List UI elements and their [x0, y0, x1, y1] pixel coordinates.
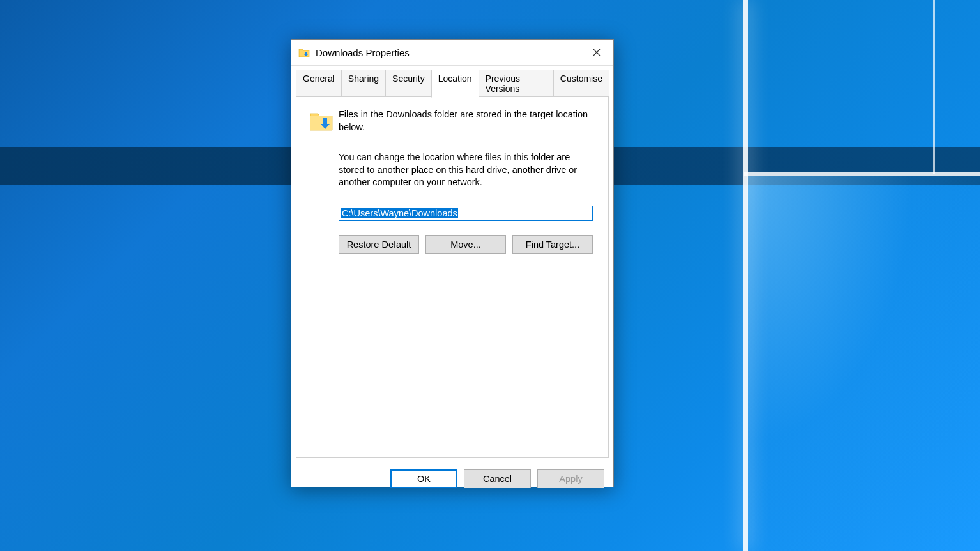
tab-strip: General Sharing Security Location Previo…	[291, 66, 613, 97]
find-target-button[interactable]: Find Target...	[512, 235, 593, 254]
properties-dialog: Downloads Properties General Sharing Sec…	[291, 39, 614, 487]
ok-button[interactable]: OK	[390, 469, 457, 488]
tab-location[interactable]: Location	[431, 70, 479, 98]
tab-previous-versions[interactable]: Previous Versions	[479, 70, 554, 97]
dialog-button-row: OK Cancel Apply	[291, 463, 613, 496]
desktop-background-vline2	[933, 0, 935, 174]
tab-security[interactable]: Security	[385, 70, 432, 97]
location-tab-panel: Files in the Downloads folder are stored…	[296, 96, 609, 458]
tab-sharing[interactable]: Sharing	[341, 70, 386, 97]
location-path-input[interactable]: C:\Users\Wayne\Downloads	[339, 206, 593, 221]
cancel-button[interactable]: Cancel	[464, 469, 531, 488]
restore-default-button[interactable]: Restore Default	[339, 235, 419, 254]
desktop-background-vline	[743, 0, 748, 551]
titlebar[interactable]: Downloads Properties	[291, 40, 613, 66]
tab-general[interactable]: General	[296, 70, 342, 97]
apply-button[interactable]: Apply	[537, 469, 604, 488]
tab-customise[interactable]: Customise	[553, 70, 609, 97]
folder-download-icon	[298, 46, 310, 59]
move-button[interactable]: Move...	[425, 235, 506, 254]
desktop-background-light	[747, 176, 980, 551]
downloads-folder-icon	[309, 109, 333, 133]
location-path-value: C:\Users\Wayne\Downloads	[341, 208, 458, 218]
location-button-row: Restore Default Move... Find Target...	[339, 235, 595, 254]
close-button[interactable]	[580, 40, 613, 66]
info-text: Files in the Downloads folder are stored…	[339, 109, 595, 133]
description-text: You can change the location where files …	[339, 151, 595, 189]
info-row: Files in the Downloads folder are stored…	[309, 109, 595, 133]
desktop-background-hline	[744, 172, 980, 176]
window-title: Downloads Properties	[316, 47, 580, 58]
